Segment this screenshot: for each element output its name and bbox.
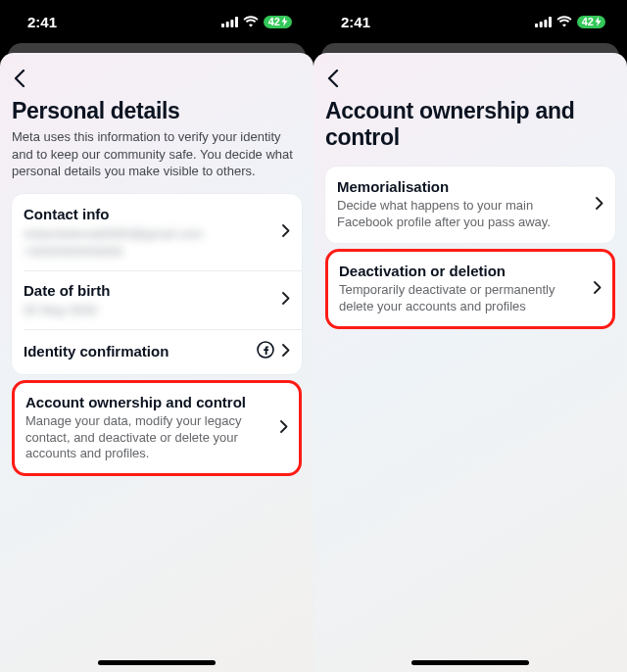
- svg-rect-1: [225, 22, 228, 27]
- svg-rect-3: [235, 17, 238, 27]
- row-identity-confirmation[interactable]: Identity confirmation: [12, 329, 302, 374]
- sheet: Personal details Meta uses this informat…: [0, 53, 314, 672]
- row-account-ownership[interactable]: Account ownership and control Manage you…: [15, 383, 299, 474]
- row-title: Contact info: [24, 206, 274, 223]
- back-button[interactable]: [12, 65, 39, 92]
- status-bar: 2:41 42: [314, 0, 627, 43]
- status-time: 2:41: [341, 14, 370, 30]
- phone-left: 2:41 42 Personal details Meta uses this …: [0, 0, 314, 672]
- redacted-text: redactedemail0000@gmail.com: [24, 226, 274, 241]
- status-time: 2:41: [27, 14, 57, 30]
- wifi-icon: [556, 16, 572, 27]
- svg-rect-8: [549, 17, 552, 27]
- status-bar: 2:41 42: [0, 0, 314, 43]
- row-subtitle: Temporarily deactivate or permanently de…: [339, 282, 586, 315]
- redacted-text: 00 May 0000: [24, 303, 274, 317]
- battery-icon: 42: [264, 16, 292, 28]
- chevron-right-icon: [594, 280, 602, 298]
- facebook-circle-icon: [257, 341, 274, 362]
- battery-level: 42: [268, 17, 280, 27]
- row-subtitle: Decide what happens to your main Faceboo…: [337, 198, 588, 231]
- home-indicator[interactable]: [411, 660, 529, 665]
- row-title: Memorialisation: [337, 178, 588, 196]
- settings-card: Memorialisation Decide what happens to y…: [325, 167, 615, 243]
- cellular-icon: [221, 17, 238, 27]
- chevron-left-icon: [327, 70, 339, 87]
- svg-rect-2: [230, 20, 233, 27]
- row-memorialisation[interactable]: Memorialisation Decide what happens to y…: [325, 167, 615, 243]
- sheet: Account ownership and control Memorialis…: [314, 53, 627, 672]
- row-title: Date of birth: [24, 282, 274, 300]
- row-subtitle: Manage your data, modify your legacy con…: [25, 413, 272, 463]
- phone-right: 2:41 42 Account ownership and control Me…: [314, 0, 627, 672]
- battery-level: 42: [582, 17, 594, 27]
- page-title: Account ownership and control: [325, 98, 615, 151]
- page-title: Personal details: [12, 98, 302, 124]
- home-indicator[interactable]: [98, 660, 216, 665]
- settings-card-highlighted: Account ownership and control Manage you…: [12, 380, 302, 477]
- chevron-right-icon: [282, 343, 290, 360]
- wifi-icon: [243, 16, 259, 27]
- redacted-text: +0000000000000: [24, 244, 274, 259]
- svg-rect-6: [539, 22, 542, 27]
- chevron-right-icon: [280, 419, 288, 437]
- svg-rect-7: [544, 20, 547, 27]
- battery-icon: 42: [577, 16, 605, 28]
- row-title: Account ownership and control: [25, 394, 272, 411]
- status-right: 42: [221, 16, 292, 28]
- row-title: Identity confirmation: [24, 343, 251, 360]
- row-title: Deactivation or deletion: [339, 263, 586, 280]
- status-right: 42: [535, 16, 605, 28]
- chevron-right-icon: [596, 196, 603, 214]
- svg-rect-5: [535, 24, 538, 27]
- chevron-right-icon: [282, 223, 290, 241]
- back-button[interactable]: [325, 65, 353, 92]
- row-contact-info[interactable]: Contact info redactedemail0000@gmail.com…: [12, 194, 302, 270]
- chevron-right-icon: [282, 291, 290, 309]
- settings-card-highlighted: Deactivation or deletion Temporarily dea…: [325, 249, 615, 329]
- row-date-of-birth[interactable]: Date of birth 00 May 0000: [12, 270, 302, 329]
- chevron-left-icon: [14, 70, 25, 87]
- cellular-icon: [535, 17, 552, 27]
- page-subtitle: Meta uses this information to verify you…: [12, 128, 302, 180]
- svg-rect-0: [221, 24, 224, 27]
- row-deactivation-deletion[interactable]: Deactivation or deletion Temporarily dea…: [328, 252, 612, 326]
- settings-card: Contact info redactedemail0000@gmail.com…: [12, 194, 302, 374]
